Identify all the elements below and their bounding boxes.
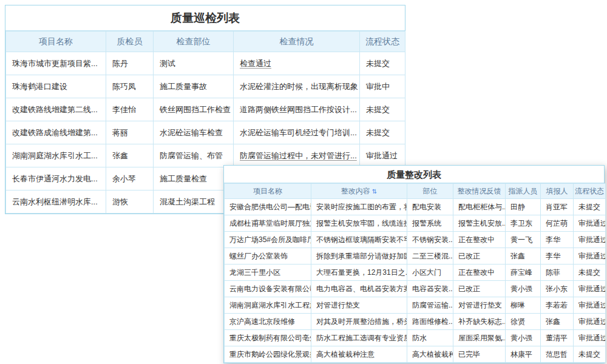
- table-cell: 黄一飞: [506, 232, 541, 248]
- project-link-cell[interactable]: 安徽合肥供电公司—配电设备...: [225, 199, 311, 215]
- table-cell: 李华: [541, 248, 574, 265]
- table-cell: 李佳怡: [106, 98, 154, 121]
- project-link-cell[interactable]: 改建铁路成渝线增建第...: [6, 121, 106, 144]
- table-cell: 李卫东: [506, 215, 541, 232]
- table-row: 成都杜甫草堂临时展厅独立展...报警主机安放牢固，线缆连接...报警系统报警主机…: [225, 215, 606, 232]
- table-cell: 何芷萌: [541, 215, 574, 232]
- table-cell: 黄小强: [506, 330, 541, 346]
- column-header-part: 部位: [407, 184, 453, 199]
- table-cell: 防水: [407, 330, 453, 346]
- table-row: 龙湖三千里小区大理石量更换，12月31日之...小区大门正在整改中薛宝峰陈菲未提…: [225, 265, 606, 281]
- project-link-cell[interactable]: 云南水利枢纽潜明水库...: [6, 190, 106, 214]
- table-cell: 张鑫: [541, 314, 574, 330]
- table-cell: 道路两侧铁丝网围挡工作按设计...: [234, 98, 360, 121]
- table-cell: 未提交: [574, 265, 606, 281]
- table-cell: 已改正: [453, 248, 506, 265]
- project-link-cell[interactable]: 重庆市鹅岭公园绿化景观提升...: [225, 346, 311, 363]
- table-cell: 审批通过: [574, 248, 606, 265]
- table-cell: 张鑫: [106, 144, 154, 167]
- table-cell: 审批通过: [574, 314, 606, 330]
- column-header-situation: 检查情况: [234, 32, 360, 52]
- table-cell: 防水工程施工选调有专业资质...: [311, 330, 407, 346]
- table-row: 万达广场35#会所及咖啡厅空...不锈钢边框玻璃隔断安装不牢...不锈钢安装..…: [225, 232, 606, 248]
- table-row: 改建铁路成渝线增建第...蒋丽水泥砼运输车检查水泥砼运输车司机经过专门培训...…: [6, 121, 405, 144]
- table-cell: 铁丝网围挡工作检查: [154, 98, 234, 121]
- column-header-feedback: 整改情况反馈: [453, 184, 506, 199]
- table-cell: 未提交: [360, 98, 405, 121]
- table-cell: 拆除到承重墙部分请做好加固...: [311, 248, 407, 265]
- table-cell: 未提交: [574, 346, 606, 363]
- table-cell: 防腐管运输、布管: [154, 144, 234, 167]
- column-header-inspector: 质检员: [106, 32, 154, 52]
- table-cell: 未提交: [360, 52, 405, 75]
- project-link-cell[interactable]: 成都杜甫草堂临时展厅独立展...: [225, 215, 311, 232]
- project-link-cell[interactable]: 湖南洞庭湖水库引水工...: [6, 144, 106, 167]
- table-cell: 正在整改中: [453, 232, 506, 248]
- table-cell: 对其及时开展整治措施，桥头...: [311, 314, 407, 330]
- column-header-assignee: 指派人员: [506, 184, 541, 199]
- column-header-reporter: 填报人: [541, 184, 574, 199]
- table-cell: 张鑫: [506, 248, 541, 265]
- table-cell: 正在整改中: [453, 265, 506, 281]
- table-cell: 路面维修检...: [407, 314, 453, 330]
- rectification-list-panel: 质量整改列表 项目名称 整改内容⇅ 部位 整改情况反馈 指派人员 填报人 流程状…: [223, 165, 605, 363]
- project-link-cell[interactable]: 珠海鹤港口建设: [6, 75, 106, 98]
- table-cell: 电力电容器、电机器安装方案,...: [311, 281, 407, 297]
- project-link-cell[interactable]: 改建铁路线增建第二线...: [6, 98, 106, 121]
- table-cell: 审批通过: [574, 232, 606, 248]
- sort-icon[interactable]: ⇅: [372, 188, 377, 195]
- table-cell: 配电安装: [407, 199, 453, 215]
- table-row: 安徽合肥供电公司—配电设备...安装时应按施工图的布置，将...配电安装配电柜柜…: [225, 199, 606, 215]
- table-cell: 陈丹: [106, 52, 154, 75]
- table-cell: 小区大门: [407, 265, 453, 281]
- table-cell: 陈巧凤: [106, 75, 154, 98]
- column-header-part: 检查部位: [154, 32, 234, 52]
- table-row: 螺丝厂办公室装饰拆除到承重墙部分请做好加固...二至三楼混...已改正张鑫李华审…: [225, 248, 606, 265]
- column-header-project: 项目名称: [6, 32, 106, 52]
- table-row: 珠海市城市更新项目紫...陈丹测试检查通过未提交: [6, 52, 405, 75]
- project-link-cell[interactable]: 万达广场35#会所及咖啡厅空...: [225, 232, 311, 248]
- table-cell: 薛宝峰: [506, 265, 541, 281]
- project-link-cell[interactable]: 京沪高速北京段维修: [225, 314, 311, 330]
- table-cell: 柳琳: [506, 297, 541, 314]
- table-cell: 防腐管运输过程中，未对管进行...: [234, 144, 360, 167]
- project-link-cell[interactable]: 重庆太极制药有限公司亳州H...: [225, 330, 311, 346]
- table-cell: 徐贤: [506, 314, 541, 330]
- table-cell: 屋面采用聚氨...: [453, 330, 506, 346]
- table-cell: 不锈钢边框玻璃隔断安装不牢...: [311, 232, 407, 248]
- project-link-cell[interactable]: 螺丝厂办公室装饰: [225, 248, 311, 265]
- inspection-header-row: 项目名称 质检员 检查部位 检查情况 流程状态: [6, 32, 405, 52]
- table-cell: 电容器安装...: [407, 281, 453, 297]
- table-cell: 董清平: [541, 330, 574, 346]
- table-cell: 游恢: [106, 190, 154, 214]
- table-cell: 报警系统: [407, 215, 453, 232]
- table-cell: 二至三楼混...: [407, 248, 453, 265]
- table-cell: 未提交: [360, 121, 405, 144]
- inspection-table-title: 质量巡检列表: [5, 5, 405, 31]
- table-cell: 补齐缺失标志...: [453, 314, 506, 330]
- table-cell: 高大植被栽种注意: [311, 346, 407, 363]
- table-cell: 大理石量更换，12月31日之...: [311, 265, 407, 281]
- project-link-cell[interactable]: 长春市伊通河水力发电...: [6, 167, 106, 190]
- table-row: 京沪高速北京段维修对其及时开展整治措施，桥头...路面维修检...补齐缺失标志.…: [225, 314, 606, 330]
- table-cell: 未提交: [574, 199, 606, 215]
- table-cell: 审批通过: [574, 297, 606, 314]
- table-cell: 审批中: [360, 75, 405, 98]
- table-cell: 蒋丽: [106, 121, 154, 144]
- table-cell: 对管进行垫支: [311, 297, 407, 314]
- project-link-cell[interactable]: 龙湖三千里小区: [225, 265, 311, 281]
- project-link-cell[interactable]: 湖南洞庭湖水库引水工程施工1标: [225, 297, 311, 314]
- project-link-cell[interactable]: 云南电力设备安装有限公司20...: [225, 281, 311, 297]
- table-cell: 范思哲: [541, 346, 574, 363]
- table-cell: 检查通过: [234, 52, 360, 75]
- table-cell: 配电柜柜体与...: [453, 199, 506, 215]
- project-link-cell[interactable]: 珠海市城市更新项目紫...: [6, 52, 106, 75]
- column-header-content-label: 整改内容: [341, 187, 370, 195]
- rectification-table-body: 安徽合肥供电公司—配电设备...安装时应按施工图的布置，将...配电安装配电柜柜…: [225, 199, 606, 363]
- rectification-header-row: 项目名称 整改内容⇅ 部位 整改情况反馈 指派人员 填报人 流程状态: [225, 184, 606, 199]
- table-cell: 田静: [506, 199, 541, 215]
- table-cell: 审批通过: [574, 281, 606, 297]
- table-cell: 对管进行垫支: [453, 297, 506, 314]
- table-cell: 水泥砼运输车检查: [154, 121, 234, 144]
- table-cell: 李华: [541, 232, 574, 248]
